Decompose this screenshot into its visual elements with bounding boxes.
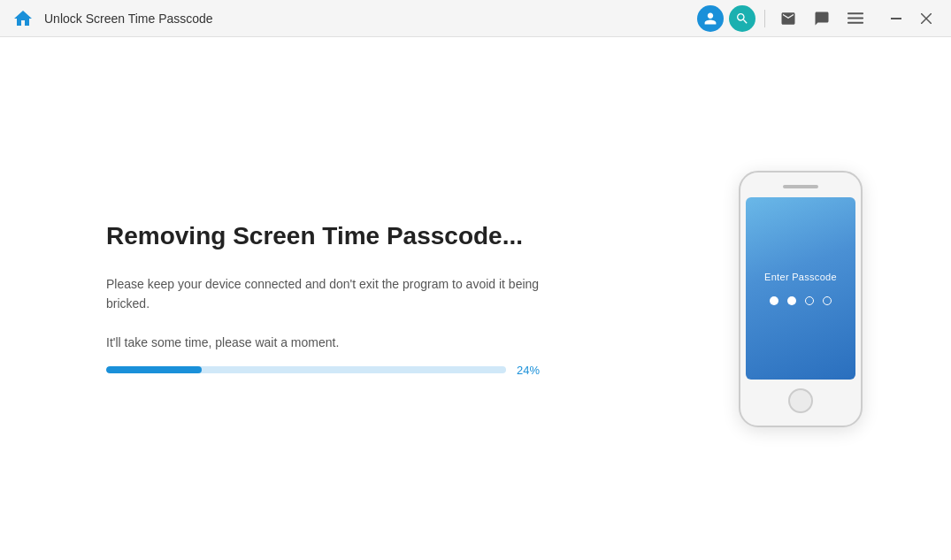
left-section: Removing Screen Time Passcode... Please … <box>106 220 548 376</box>
mail-icon-button[interactable] <box>774 4 802 33</box>
title-bar: Unlock Screen Time Passcode <box>0 0 951 37</box>
chat-icon-button[interactable] <box>808 4 836 33</box>
main-content: Removing Screen Time Passcode... Please … <box>0 37 951 560</box>
search-icon-button[interactable] <box>729 5 755 32</box>
svg-rect-1 <box>847 17 863 19</box>
passcode-dots <box>770 296 832 305</box>
phone-illustration: Enter Passcode <box>739 171 863 427</box>
user-icon-button[interactable] <box>697 5 724 32</box>
phone-home-button <box>788 388 813 413</box>
description-text: Please keep your device connected and do… <box>106 274 548 314</box>
wait-text: It'll take some time, please wait a mome… <box>106 335 548 349</box>
title-bar-left: Unlock Screen Time Passcode <box>11 6 697 31</box>
dot-1 <box>770 296 778 305</box>
dot-4 <box>823 296 832 305</box>
progress-container: 24% <box>106 364 548 377</box>
dot-3 <box>805 296 814 305</box>
svg-rect-3 <box>891 18 901 19</box>
title-bar-right <box>697 4 940 33</box>
progress-bar-fill <box>106 366 202 373</box>
main-title: Removing Screen Time Passcode... <box>106 220 548 252</box>
dot-2 <box>787 296 796 305</box>
minimize-button[interactable] <box>882 4 910 33</box>
close-button[interactable] <box>912 4 940 33</box>
home-icon[interactable] <box>11 6 35 31</box>
progress-percent: 24% <box>517 364 548 377</box>
progress-bar-wrap <box>106 366 506 373</box>
separator <box>764 10 765 27</box>
phone-screen: Enter Passcode <box>746 197 855 380</box>
svg-rect-0 <box>847 12 863 14</box>
window-title: Unlock Screen Time Passcode <box>44 12 213 26</box>
window-controls <box>882 4 940 33</box>
menu-icon-button[interactable] <box>841 4 870 33</box>
phone-outer: Enter Passcode <box>739 171 863 427</box>
screen-title: Enter Passcode <box>764 272 837 282</box>
phone-speaker <box>783 185 818 188</box>
svg-rect-2 <box>847 21 863 23</box>
